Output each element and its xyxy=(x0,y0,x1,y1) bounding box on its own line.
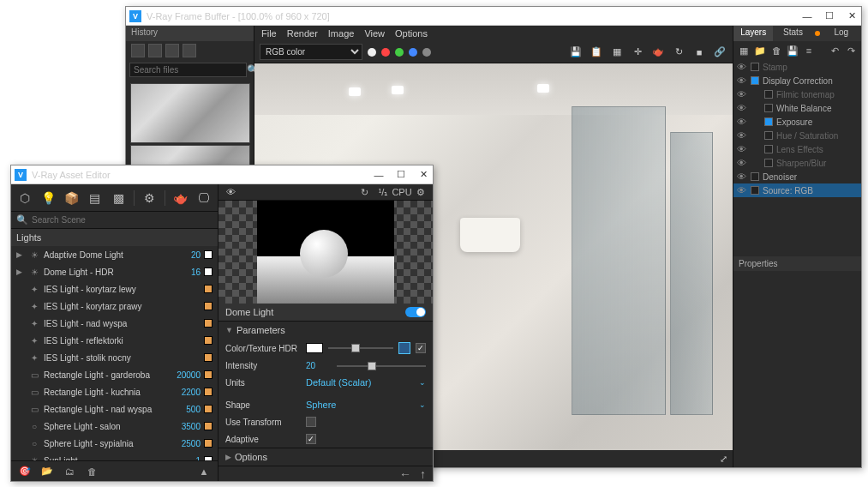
target-icon[interactable]: 🎯 xyxy=(18,465,32,478)
eye-icon[interactable]: 👁 xyxy=(737,130,747,141)
lights-icon[interactable]: 💡 xyxy=(39,189,56,207)
layer-checkbox[interactable] xyxy=(764,159,773,167)
light-row[interactable]: ☀SunLight1 xyxy=(11,452,218,460)
light-row[interactable]: ✦IES Light - korytarz prawy xyxy=(11,298,218,315)
light-row[interactable]: ▶☀Dome Light - HDR16 xyxy=(11,263,218,280)
channel-blue-icon[interactable] xyxy=(409,48,417,57)
layer-row[interactable]: 👁Filmic tonemap xyxy=(733,87,861,101)
preview-settings-icon[interactable]: ⚙ xyxy=(414,185,428,199)
light-row[interactable]: ○Sphere Light - salon3500 xyxy=(11,418,218,435)
eye-icon[interactable]: 👁 xyxy=(737,62,747,72)
stop-render-icon[interactable]: ■ xyxy=(691,45,707,60)
geometry-icon[interactable]: 📦 xyxy=(63,189,80,207)
preview-cpu-label[interactable]: CPU xyxy=(395,185,409,199)
history-search-input[interactable] xyxy=(129,63,247,77)
use-transform-checkbox[interactable] xyxy=(306,417,316,427)
history-a-b-icon[interactable] xyxy=(131,44,145,57)
settings-icon[interactable]: ⚙ xyxy=(141,189,158,207)
properties-header[interactable]: Properties xyxy=(733,256,861,271)
layer-menu-icon[interactable]: ≡ xyxy=(802,44,816,57)
up-icon[interactable]: ↑ xyxy=(420,467,426,481)
minimize-button[interactable]: — xyxy=(801,10,813,22)
light-color-swatch[interactable] xyxy=(204,250,213,259)
light-color-swatch[interactable] xyxy=(204,439,213,448)
parameters-section[interactable]: ▼ Parameters xyxy=(218,321,433,339)
layer-checkbox[interactable] xyxy=(751,186,759,195)
layer-checkbox[interactable] xyxy=(764,90,773,99)
shape-dropdown[interactable]: Sphere xyxy=(306,400,414,410)
light-color-swatch[interactable] xyxy=(204,405,213,413)
layer-checkbox[interactable] xyxy=(764,131,773,140)
light-color-swatch[interactable] xyxy=(204,285,213,293)
layer-checkbox[interactable] xyxy=(764,145,773,153)
tab-log[interactable]: Log xyxy=(822,26,861,41)
eye-icon[interactable]: 👁 xyxy=(737,103,747,113)
tab-stats[interactable]: Stats xyxy=(773,26,812,41)
chevron-down-icon[interactable]: ⌄ xyxy=(419,378,426,387)
texture-enable-checkbox[interactable] xyxy=(416,343,426,353)
eye-icon[interactable]: 👁 xyxy=(737,89,747,99)
adaptive-checkbox[interactable] xyxy=(306,434,316,444)
layer-checkbox[interactable] xyxy=(751,76,759,85)
light-row[interactable]: ✦IES Light - reflektorki xyxy=(11,332,218,349)
channel-red-icon[interactable] xyxy=(381,48,390,57)
eye-icon[interactable]: 👁 xyxy=(737,185,747,195)
purge-icon[interactable]: ▲ xyxy=(197,465,211,478)
region-render-icon[interactable]: ▦ xyxy=(609,45,625,60)
layer-row[interactable]: 👁Sharpen/Blur xyxy=(733,156,861,170)
channel-select[interactable]: RGB color xyxy=(260,44,362,60)
layer-row[interactable]: 👁Stamp xyxy=(733,60,861,74)
eye-icon[interactable]: 👁 xyxy=(737,158,747,168)
history-save-icon[interactable] xyxy=(148,44,162,57)
light-enable-toggle[interactable] xyxy=(405,307,426,317)
material-preview[interactable] xyxy=(218,201,433,304)
menu-render[interactable]: Render xyxy=(287,28,318,39)
minimize-button[interactable]: — xyxy=(373,169,385,181)
history-thumbnail[interactable] xyxy=(130,83,250,143)
asset-search-input[interactable] xyxy=(32,215,213,225)
delete-icon[interactable]: 🗑 xyxy=(85,465,99,478)
save-folder-icon[interactable]: 🗂 xyxy=(63,465,76,478)
layer-checkbox[interactable] xyxy=(751,63,759,71)
history-load-icon[interactable] xyxy=(165,44,179,57)
intensity-slider[interactable] xyxy=(337,365,426,367)
render-elements-icon[interactable]: ▤ xyxy=(87,189,103,207)
light-row[interactable]: ▭Rectangle Light - garderoba20000 xyxy=(11,366,218,383)
menu-file[interactable]: File xyxy=(261,28,277,39)
layer-folder-icon[interactable]: 📁 xyxy=(753,44,767,57)
channel-green-icon[interactable] xyxy=(395,48,404,57)
light-color-swatch[interactable] xyxy=(204,388,213,396)
eye-icon[interactable]: 👁 xyxy=(737,117,747,127)
light-row[interactable]: ▭Rectangle Light - nad wyspa500 xyxy=(11,400,218,418)
close-button[interactable]: ✕ xyxy=(417,169,429,181)
light-row[interactable]: ✦IES Light - korytarz lewy xyxy=(11,280,218,298)
layer-row[interactable]: 👁Display Correction xyxy=(733,74,861,87)
expand-icon[interactable]: ▶ xyxy=(16,250,25,259)
chevron-down-icon[interactable]: ⌄ xyxy=(419,400,426,409)
redo-icon[interactable]: ↷ xyxy=(844,44,858,57)
layer-row[interactable]: 👁Source: RGB xyxy=(733,183,861,197)
light-row[interactable]: ✦IES Light - nad wyspa xyxy=(11,315,218,332)
link-viewport-icon[interactable]: 🔗 xyxy=(712,45,727,60)
tab-layers[interactable]: Layers xyxy=(733,26,773,41)
options-section[interactable]: ▶ Options xyxy=(218,448,433,466)
light-color-swatch[interactable] xyxy=(204,319,213,328)
frame-buffer-icon[interactable]: 🖵 xyxy=(196,189,213,207)
menu-view[interactable]: View xyxy=(364,28,385,39)
render-last-icon[interactable]: ↻ xyxy=(671,45,686,60)
layer-save-icon[interactable]: 💾 xyxy=(786,44,799,57)
layer-checkbox[interactable] xyxy=(751,172,759,181)
textures-icon[interactable]: ▩ xyxy=(111,189,127,207)
layer-row[interactable]: 👁Exposure xyxy=(733,115,861,129)
lights-section-header[interactable]: Lights xyxy=(11,229,218,246)
menu-options[interactable]: Options xyxy=(395,28,428,39)
save-image-icon[interactable]: 💾 xyxy=(568,45,584,60)
layer-row[interactable]: 👁Lens Effects xyxy=(733,142,861,156)
preview-visibility-icon[interactable]: 👁 xyxy=(224,185,237,199)
light-color-swatch[interactable] xyxy=(204,268,213,276)
undo-icon[interactable]: ↶ xyxy=(828,44,841,57)
create-layer-icon[interactable]: ▦ xyxy=(737,44,751,57)
light-color-swatch[interactable] xyxy=(204,422,213,430)
light-row[interactable]: ○Sphere Light - sypialnia2500 xyxy=(11,435,218,452)
eye-icon[interactable]: 👁 xyxy=(737,171,747,182)
